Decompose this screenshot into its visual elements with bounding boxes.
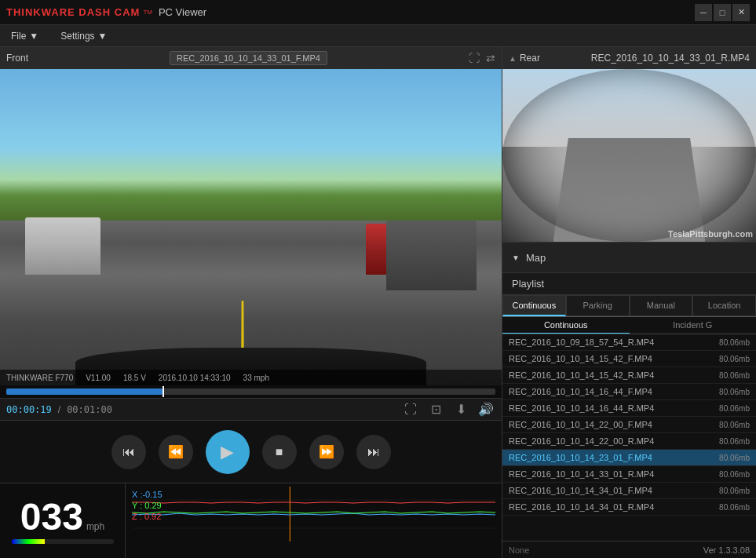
file-name: REC_2016_10_10_14_34_01_R.MP4 [509,502,654,512]
play-button[interactable]: ▶ [206,430,250,474]
swap-icon[interactable]: ⇄ [486,52,495,64]
file-item[interactable]: REC_2016_10_10_14_23_01_F.MP480.06mb [502,450,756,466]
playlist-sub-tabs: ContinuousIncident G [502,317,756,334]
sub-tab-continuous-sub[interactable]: Continuous [502,317,630,334]
graph-panel: X :-0.15 Y : 0.29 Z : 0.92 [126,483,502,558]
time-separator: / [58,404,60,415]
file-name: REC_2016_10_10_14_34_01_F.MP4 [509,486,652,495]
file-size: 80.06mb [710,421,750,429]
osd-date: 2016.10.10 14:33:10 [159,374,231,382]
front-cam-label: Front [6,53,28,64]
file-item[interactable]: REC_2016_10_10_14_34_01_R.MP480.06mb [502,499,756,516]
playback-controls: ⏮ ⏪ ▶ ■ ⏩ ⏭ [0,420,502,483]
tab-continuous[interactable]: Continuous [502,295,566,316]
file-list[interactable]: REC_2016_10_09_18_57_54_R.MP480.06mbREC_… [502,334,756,541]
logo-tm: TM [143,9,152,16]
menu-bar: File ▼ Settings ▼ [0,25,756,47]
playback-info-bar: 00:00:19 / 00:01:00 ⛶ ⊡ ⬇ 🔊 [0,398,502,420]
file-item[interactable]: REC_2016_10_10_14_16_44_R.MP480.06mb [502,400,756,417]
osd-field2: 18.5 V [123,374,146,382]
version-text: Ver 1.3.3.08 [703,545,750,555]
file-size: 80.06mb [710,338,750,347]
playlist-section: Playlist [502,273,756,295]
tab-location[interactable]: Location [692,295,756,316]
file-item[interactable]: REC_2016_10_10_14_15_42_F.MP480.06mb [502,351,756,367]
skip-back-button[interactable]: ⏮ [111,435,146,469]
speed-panel: 033 mph [0,483,126,558]
left-panel: Front REC_2016_10_10_14_33_01_F.MP4 ⛶ ⇄ … [0,47,502,558]
stop-button[interactable]: ■ [262,435,297,469]
rewind-button[interactable]: ⏪ [159,435,193,469]
osd-field1: V11.00 [86,374,111,382]
osd-overlay: THINKWARE F770 V11.00 18.5 V 2016.10.10 … [0,370,502,385]
settings-menu[interactable]: Settings ▼ [56,29,111,43]
speed-bar [12,539,114,544]
download-button[interactable]: ⬇ [451,400,470,419]
fullscreen-toggle[interactable]: ⛶ [401,400,420,419]
skip-forward-button[interactable]: ⏭ [356,435,391,469]
close-button[interactable]: ✕ [732,4,750,21]
map-toggle-arrow[interactable]: ▼ [512,253,520,262]
timeline-track[interactable] [6,388,495,395]
file-item[interactable]: REC_2016_10_09_18_57_54_R.MP480.06mb [502,334,756,351]
file-name: REC_2016_10_09_18_57_54_R.MP4 [509,337,654,347]
rear-cam-filename: REC_2016_10_10_14_33_01_R.MP4 [591,53,750,64]
logo-pcviewer: PC Viewer [159,6,206,18]
file-menu[interactable]: File ▼ [6,29,43,43]
file-size: 80.06mb [710,371,750,380]
file-item[interactable]: REC_2016_10_10_14_33_01_R.MP480.06mb [502,466,756,483]
file-item[interactable]: REC_2016_10_10_14_34_01_F.MP480.06mb [502,483,756,499]
fullscreen-icon[interactable]: ⛶ [469,52,480,64]
osd-speed: 33 mph [243,374,269,382]
rear-collapse-arrow[interactable]: ▲ [509,54,517,63]
tab-manual[interactable]: Manual [630,295,693,316]
rear-scene: TeslaPittsburgh.com [502,69,756,242]
front-scene: THINKWARE F770 V11.00 18.5 V 2016.10.10 … [0,69,502,385]
settings-menu-arrow: ▼ [98,31,108,42]
front-camera-bar: Front REC_2016_10_10_14_33_01_F.MP4 ⛶ ⇄ [0,47,502,69]
settings-menu-label: Settings [60,31,94,42]
rear-video: TeslaPittsburgh.com [502,69,756,242]
current-time: 00:00:19 [6,404,52,415]
car-left [25,217,100,275]
graph-z-label: Z : 0.92 [132,512,163,521]
file-name: REC_2016_10_10_14_23_01_F.MP4 [509,453,652,462]
file-size: 80.06mb [710,487,750,495]
file-name: REC_2016_10_10_14_33_01_R.MP4 [509,469,654,479]
sub-tab-incident[interactable]: Incident G [630,317,757,334]
file-item[interactable]: REC_2016_10_10_14_16_44_F.MP480.06mb [502,384,756,400]
maximize-button[interactable]: □ [714,4,731,21]
front-cam-filename: REC_2016_10_10_14_33_01_F.MP4 [170,51,327,65]
fast-forward-button[interactable]: ⏩ [309,435,344,469]
window-controls: ─ □ ✕ [695,4,750,21]
watermark: TeslaPittsburgh.com [668,229,753,239]
file-size: 80.06mb [710,404,750,413]
total-time: 00:01:00 [67,404,112,415]
file-size: 80.06mb [710,437,750,446]
accelerometer-graph [132,487,495,542]
minimize-button[interactable]: ─ [695,4,712,21]
file-name: REC_2016_10_10_14_22_00_F.MP4 [509,420,652,429]
speed-value: 033 [20,498,83,536]
file-name: REC_2016_10_10_14_15_42_F.MP4 [509,354,652,363]
file-size: 80.06mb [710,503,750,512]
playlist-label: Playlist [512,278,544,290]
front-cam-controls: ⛶ ⇄ [469,52,495,64]
volume-button[interactable]: 🔊 [477,400,495,419]
map-label: Map [526,252,546,264]
file-name: REC_2016_10_10_14_16_44_R.MP4 [509,403,654,413]
aspect-ratio-toggle[interactable]: ⊡ [426,400,445,419]
tab-parking[interactable]: Parking [566,295,630,316]
timeline-marker [163,386,164,397]
speed-bar-fill [12,539,46,544]
status-none: None [509,545,529,555]
title-bar: THINKWARE DASH CAM TM PC Viewer ─ □ ✕ [0,0,756,25]
file-item[interactable]: REC_2016_10_10_14_22_00_R.MP480.06mb [502,433,756,450]
map-section[interactable]: ▼ Map [502,242,756,273]
graph-x-label: X :-0.15 [132,490,163,499]
right-panel: ▲ Rear REC_2016_10_10_14_33_01_R.MP4 Tes… [502,47,756,558]
rear-cam-label: Rear [520,53,540,64]
rear-camera-bar: ▲ Rear REC_2016_10_10_14_33_01_R.MP4 [502,47,756,69]
file-item[interactable]: REC_2016_10_10_14_22_00_F.MP480.06mb [502,417,756,433]
file-item[interactable]: REC_2016_10_10_14_15_42_R.MP480.06mb [502,367,756,384]
